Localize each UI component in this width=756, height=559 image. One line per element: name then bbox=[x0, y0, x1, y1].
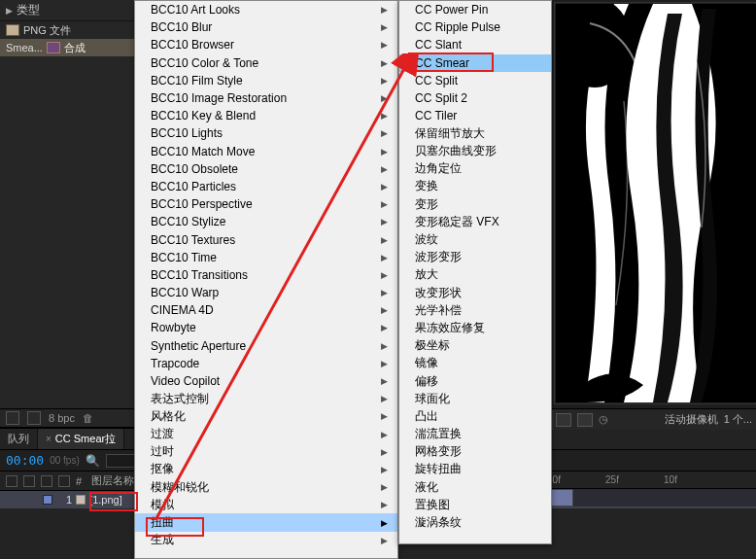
menu-item[interactable]: CC Slant bbox=[399, 36, 551, 53]
menu-item[interactable]: 球面化 bbox=[399, 390, 551, 407]
tab-label: CC Smear拉 bbox=[55, 432, 116, 446]
menu-item[interactable]: 边角定位 bbox=[399, 160, 551, 178]
tab-render-queue[interactable]: 队列 bbox=[0, 429, 38, 449]
menu-item[interactable]: CC Power Pin bbox=[399, 1, 551, 18]
menu-item[interactable]: 模拟▶ bbox=[135, 496, 397, 513]
tab-composition[interactable]: × CC Smear拉 bbox=[38, 429, 124, 449]
menu-item-label: BCC10 Perspective bbox=[151, 197, 253, 211]
menu-item[interactable]: 漩涡条纹 bbox=[399, 513, 551, 531]
menu-item[interactable]: BCC10 Transitions▶ bbox=[135, 266, 397, 284]
search-icon[interactable]: 🔍 bbox=[86, 454, 100, 468]
trash-icon[interactable]: 🗑 bbox=[83, 412, 93, 424]
menu-item[interactable]: 贝塞尔曲线变形 bbox=[399, 143, 551, 160]
lock-column-icon[interactable] bbox=[58, 475, 70, 487]
close-tab-icon[interactable]: × bbox=[46, 434, 52, 444]
menu-item[interactable]: 液化 bbox=[399, 478, 551, 496]
menu-item[interactable]: 偏移 bbox=[399, 372, 551, 390]
menu-item[interactable]: CC Ripple Pulse bbox=[399, 18, 551, 36]
menu-item-label: BCC10 Image Restoration bbox=[151, 91, 287, 105]
menu-item[interactable]: BCC10 Match Move▶ bbox=[135, 143, 397, 160]
menu-item[interactable]: 镜像 bbox=[399, 355, 551, 372]
grid-toggle-icon[interactable] bbox=[556, 413, 571, 427]
mask-toggle-icon[interactable] bbox=[577, 413, 593, 427]
menu-item[interactable]: 变换 bbox=[399, 178, 551, 195]
menu-item[interactable]: 风格化▶ bbox=[135, 407, 397, 425]
menu-item[interactable]: 极坐标 bbox=[399, 337, 551, 355]
menu-item[interactable]: 改变形状 bbox=[399, 284, 551, 301]
menu-item[interactable]: 波形变形 bbox=[399, 249, 551, 266]
solo-column-icon[interactable] bbox=[41, 475, 52, 487]
menu-item[interactable]: BCC10 Obsolete▶ bbox=[135, 160, 397, 178]
menu-item[interactable]: BCC10 Blur▶ bbox=[135, 18, 397, 36]
menu-item[interactable]: BCC10 Art Looks▶ bbox=[135, 1, 397, 18]
menu-item[interactable]: BCC10 Time▶ bbox=[135, 249, 397, 266]
layer-color-swatch[interactable] bbox=[43, 495, 52, 505]
project-column-type: 类型 bbox=[17, 2, 129, 18]
menu-item-label: 过时 bbox=[151, 443, 174, 460]
menu-item[interactable]: BCC10 Perspective▶ bbox=[135, 195, 397, 213]
menu-item[interactable]: BCC10 Film Style▶ bbox=[135, 72, 397, 89]
menu-item[interactable]: BCC10 Lights▶ bbox=[135, 124, 397, 142]
menu-item[interactable]: 保留细节放大 bbox=[399, 124, 551, 142]
menu-item[interactable]: CC Smear bbox=[399, 54, 551, 72]
menu-item[interactable]: 抠像▶ bbox=[135, 461, 397, 478]
new-folder-icon[interactable] bbox=[27, 411, 41, 425]
menu-item[interactable]: 波纹 bbox=[399, 230, 551, 248]
project-row[interactable]: PNG 文件 bbox=[0, 21, 135, 39]
menu-item[interactable]: CC Tiler bbox=[399, 107, 551, 124]
menu-item[interactable]: 扭曲▶ bbox=[135, 513, 397, 531]
camera-dropdown[interactable]: 活动摄像机 bbox=[665, 412, 718, 427]
menu-item[interactable]: 果冻效应修复 bbox=[399, 319, 551, 336]
submenu-arrow-icon: ▶ bbox=[381, 147, 388, 157]
audio-column-icon[interactable] bbox=[23, 475, 35, 487]
menu-item[interactable]: 网格变形 bbox=[399, 443, 551, 461]
disclosure-triangle-icon[interactable]: ▶ bbox=[6, 6, 13, 16]
menu-item[interactable]: 变形稳定器 VFX bbox=[399, 213, 551, 230]
menu-item[interactable]: BCC10 Color & Tone▶ bbox=[135, 54, 397, 72]
submenu-arrow-icon: ▶ bbox=[381, 270, 388, 280]
menu-item[interactable]: Trapcode▶ bbox=[135, 355, 397, 372]
submenu-arrow-icon: ▶ bbox=[381, 93, 388, 103]
menu-item[interactable]: CINEMA 4D▶ bbox=[135, 301, 397, 319]
current-time-display[interactable]: 00:00 bbox=[6, 453, 44, 468]
menu-item[interactable]: BCC10 Warp▶ bbox=[135, 284, 397, 301]
menu-item[interactable]: BCC10 Browser▶ bbox=[135, 36, 397, 53]
menu-item[interactable]: 表达式控制▶ bbox=[135, 390, 397, 407]
menu-item[interactable]: 过渡▶ bbox=[135, 426, 397, 443]
menu-item[interactable]: 湍流置换 bbox=[399, 426, 551, 443]
menu-item[interactable]: 放大 bbox=[399, 266, 551, 284]
bpc-label[interactable]: 8 bpc bbox=[49, 412, 75, 424]
menu-item[interactable]: BCC10 Image Restoration▶ bbox=[135, 89, 397, 107]
menu-item-label: 生成 bbox=[151, 532, 174, 548]
menu-item-label: 放大 bbox=[415, 266, 438, 283]
submenu-arrow-icon: ▶ bbox=[381, 536, 388, 545]
menu-item[interactable]: 旋转扭曲 bbox=[399, 461, 551, 478]
visibility-column-icon[interactable] bbox=[6, 475, 17, 487]
menu-item[interactable]: 光学补偿 bbox=[399, 301, 551, 319]
menu-item[interactable]: CC Split 2 bbox=[399, 89, 551, 107]
menu-item[interactable]: 生成▶ bbox=[135, 532, 397, 549]
menu-item-label: 球面化 bbox=[415, 391, 450, 407]
menu-item[interactable]: BCC10 Particles▶ bbox=[135, 178, 397, 195]
menu-item[interactable]: BCC10 Stylize▶ bbox=[135, 213, 397, 230]
menu-item[interactable]: 置换图 bbox=[399, 496, 551, 513]
menu-item[interactable]: 过时▶ bbox=[135, 443, 397, 461]
menu-item-label: Trapcode bbox=[151, 357, 199, 370]
layer-name-column: 图层名称 bbox=[91, 473, 134, 488]
menu-item-label: BCC10 Textures bbox=[151, 233, 235, 247]
menu-item[interactable]: Synthetic Aperture▶ bbox=[135, 337, 397, 355]
menu-item[interactable]: 凸出 bbox=[399, 407, 551, 425]
menu-item[interactable]: BCC10 Textures▶ bbox=[135, 230, 397, 248]
new-comp-icon[interactable] bbox=[6, 411, 19, 425]
menu-item[interactable]: 模糊和锐化▶ bbox=[135, 478, 397, 496]
composition-preview[interactable] bbox=[556, 4, 756, 402]
menu-item[interactable]: 变形 bbox=[399, 195, 551, 213]
menu-item[interactable]: CC Split bbox=[399, 72, 551, 89]
menu-item[interactable]: Video Copilot▶ bbox=[135, 372, 397, 390]
menu-item[interactable]: Rowbyte▶ bbox=[135, 319, 397, 336]
menu-item[interactable]: BCC10 Key & Blend▶ bbox=[135, 107, 397, 124]
clock-icon[interactable]: ◷ bbox=[599, 413, 608, 426]
project-row[interactable]: Smea... 合成 bbox=[0, 39, 135, 56]
view-count-dropdown[interactable]: 1 个... bbox=[724, 412, 752, 427]
menu-item-label: 抠像 bbox=[151, 461, 174, 477]
